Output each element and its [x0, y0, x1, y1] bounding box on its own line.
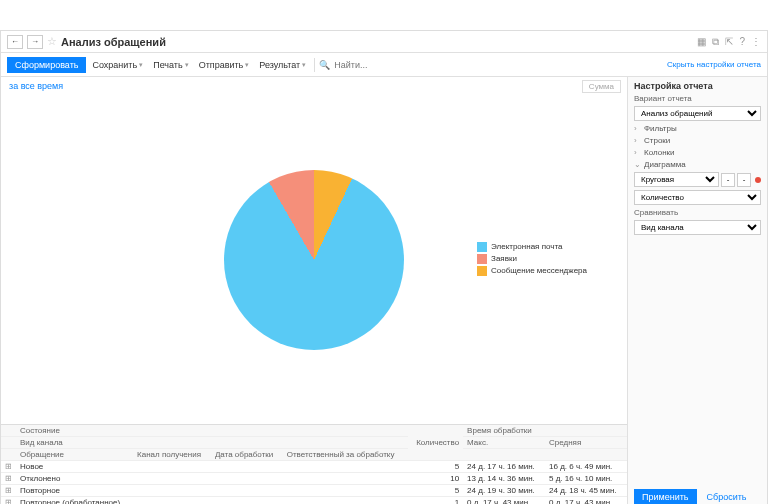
- chart-legend: Электронная почтаЗаявкиСообщение мессенд…: [477, 242, 587, 278]
- expand-icon[interactable]: ⊞: [1, 461, 16, 473]
- filters-section[interactable]: ›Фильтры: [634, 124, 761, 133]
- diagram-opt-2[interactable]: -: [737, 173, 751, 187]
- menu-icon[interactable]: ⋮: [751, 36, 761, 48]
- legend-item: Заявки: [477, 254, 587, 264]
- expand-icon[interactable]: ⊞: [1, 485, 16, 497]
- col-channel-type[interactable]: Вид канала: [16, 437, 133, 449]
- table-row[interactable]: ⊞Повторное (обработанное)10 д. 17 ч. 43 …: [1, 497, 627, 505]
- period-link[interactable]: за все время: [1, 77, 71, 95]
- back-button[interactable]: ←: [7, 35, 23, 49]
- grid-icon[interactable]: ▦: [697, 36, 706, 48]
- generate-button[interactable]: Сформировать: [7, 57, 86, 73]
- save-button[interactable]: Сохранить▾: [88, 58, 147, 72]
- apply-button[interactable]: Применить: [634, 489, 697, 504]
- search-icon: 🔍: [319, 60, 330, 70]
- legend-item: Электронная почта: [477, 242, 587, 252]
- link-icon[interactable]: ⇱: [725, 36, 733, 48]
- data-table: Состояние Количество Время обработки Вид…: [1, 424, 627, 504]
- columns-section[interactable]: ›Колонки: [634, 148, 761, 157]
- measure-select[interactable]: Количество: [634, 190, 761, 205]
- compare-label: Сравнивать: [634, 208, 761, 217]
- diagram-type-select[interactable]: Круговая: [634, 172, 719, 187]
- col-channel[interactable]: Канал получения: [133, 449, 211, 461]
- page-title: Анализ обращений: [61, 36, 166, 48]
- help-icon[interactable]: ?: [739, 36, 745, 48]
- chart-area: Электронная почтаЗаявкиСообщение мессенд…: [1, 95, 627, 424]
- variant-select[interactable]: Анализ обращений: [634, 106, 761, 121]
- sum-field[interactable]: Сумма: [582, 80, 621, 93]
- compare-select[interactable]: Вид канала: [634, 220, 761, 235]
- reset-button[interactable]: Сбросить: [701, 489, 753, 504]
- copy-icon[interactable]: ⧉: [712, 36, 719, 48]
- send-button[interactable]: Отправить▾: [195, 58, 254, 72]
- forward-button[interactable]: →: [27, 35, 43, 49]
- diagram-section[interactable]: ⌄Диаграмма: [634, 160, 761, 169]
- col-count[interactable]: Количество: [408, 425, 463, 461]
- col-date[interactable]: Дата обработки: [211, 449, 283, 461]
- col-responsible[interactable]: Ответственный за обработку: [283, 449, 408, 461]
- table-row[interactable]: ⊞Повторное524 д. 19 ч. 30 мин.24 д. 18 ч…: [1, 485, 627, 497]
- rows-section[interactable]: ›Строки: [634, 136, 761, 145]
- search-input[interactable]: [332, 58, 448, 72]
- diagram-opt-1[interactable]: -: [721, 173, 735, 187]
- table-row[interactable]: ⊞Новое524 д. 17 ч. 16 мин.16 д. 6 ч. 49 …: [1, 461, 627, 473]
- hide-settings-link[interactable]: Скрыть настройки отчета: [667, 60, 761, 69]
- expand-icon[interactable]: ⊞: [1, 473, 16, 485]
- legend-item: Сообщение мессенджера: [477, 266, 587, 276]
- col-max[interactable]: Макс.: [463, 437, 545, 449]
- col-request[interactable]: Обращение: [16, 449, 133, 461]
- col-proc-time[interactable]: Время обработки: [463, 425, 627, 437]
- favorite-icon[interactable]: ☆: [47, 35, 57, 48]
- table-row[interactable]: ⊞Отклонено1013 д. 14 ч. 36 мин.5 д. 16 ч…: [1, 473, 627, 485]
- print-button[interactable]: Печать▾: [149, 58, 192, 72]
- col-avg[interactable]: Средняя: [545, 437, 627, 449]
- pie-chart: [224, 170, 404, 350]
- warning-dot-icon: [755, 177, 761, 183]
- col-state[interactable]: Состояние: [16, 425, 133, 437]
- expand-icon[interactable]: ⊞: [1, 497, 16, 505]
- result-button[interactable]: Результат▾: [255, 58, 310, 72]
- variant-label: Вариант отчета: [634, 94, 761, 103]
- sidebar-title: Настройка отчета: [634, 81, 761, 91]
